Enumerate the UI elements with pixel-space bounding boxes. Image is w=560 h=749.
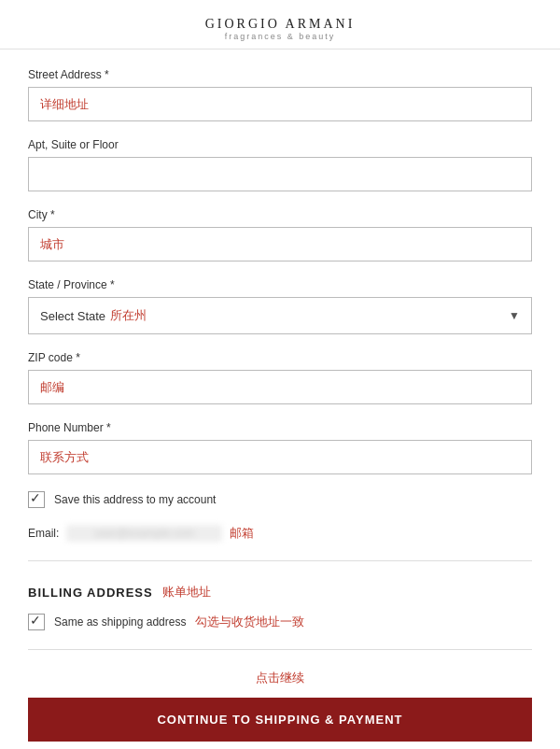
state-select-wrapper[interactable]: Select State 所在州 ▼: [28, 297, 532, 334]
same-as-label: Same as shipping address: [54, 615, 186, 629]
phone-group: Phone Number: [28, 421, 532, 474]
zip-label: ZIP code: [28, 351, 532, 364]
state-label: State / Province: [28, 278, 532, 291]
billing-section: BILLING ADDRESS 账单地址 Same as shipping ad…: [28, 584, 532, 630]
chevron-down-icon: ▼: [509, 309, 520, 322]
save-address-row: Save this address to my account: [28, 491, 532, 508]
save-address-label: Save this address to my account: [54, 493, 216, 506]
state-group: State / Province Select State 所在州 ▼: [28, 278, 532, 334]
state-select-value: 所在州: [110, 307, 147, 324]
zip-group: ZIP code: [28, 351, 532, 404]
phone-label: Phone Number: [28, 421, 532, 434]
street-address-input[interactable]: [28, 87, 532, 121]
email-value-cn: 邮箱: [230, 525, 254, 542]
email-row: Email: user@example.com 邮箱: [28, 525, 532, 561]
continue-link[interactable]: 点击继续: [256, 671, 304, 685]
state-select-display[interactable]: Select State 所在州 ▼: [28, 297, 532, 334]
same-as-shipping-checkbox[interactable]: [28, 614, 45, 630]
email-label: Email:: [28, 527, 59, 540]
billing-title: BILLING ADDRESS: [28, 586, 153, 600]
save-address-checkbox[interactable]: [28, 491, 45, 508]
city-label: City: [28, 208, 532, 221]
city-input[interactable]: [28, 227, 532, 261]
street-address-group: Street Address: [28, 68, 532, 121]
brand-sub: fragrances & beauty: [0, 32, 560, 41]
continue-button[interactable]: CONTINUE TO SHIPPING & PAYMENT: [28, 698, 532, 742]
same-as-shipping-row: Same as shipping address 勾选与收货地址一致: [28, 614, 532, 630]
city-group: City: [28, 208, 532, 261]
email-value-blurred: user@example.com: [66, 525, 222, 542]
same-as-cn: 勾选与收货地址一致: [195, 614, 304, 630]
apt-label: Apt, Suite or Floor: [28, 138, 532, 151]
street-address-label: Street Address: [28, 68, 532, 81]
divider: [28, 649, 532, 650]
apt-group: Apt, Suite or Floor: [28, 138, 532, 191]
brand-name: GIORGIO ARMANI: [0, 17, 560, 32]
zip-input[interactable]: [28, 370, 532, 404]
apt-input[interactable]: [28, 157, 532, 191]
continue-link-container: 点击继续: [28, 669, 532, 686]
billing-title-row: BILLING ADDRESS 账单地址: [28, 584, 532, 601]
state-select-default: Select State: [40, 309, 105, 323]
billing-title-cn: 账单地址: [162, 584, 211, 601]
phone-input[interactable]: [28, 440, 532, 474]
